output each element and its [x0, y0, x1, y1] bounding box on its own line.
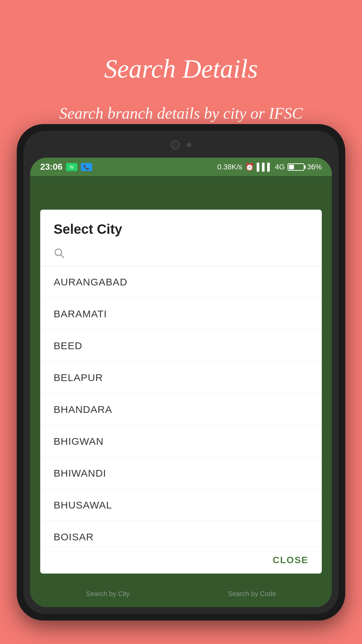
- phone-icon: 📞: [81, 163, 92, 171]
- svg-line-1: [61, 255, 64, 258]
- alarm-icon: ⏰: [245, 163, 254, 171]
- battery-percent: 36%: [307, 163, 322, 171]
- battery-tip: [304, 165, 306, 169]
- list-item[interactable]: BARAMATI: [40, 298, 322, 330]
- city-list: AURANGABADBARAMATIBEEDBELAPURBHANDARABHI…: [40, 266, 322, 546]
- list-item[interactable]: AURANGABAD: [40, 266, 322, 298]
- close-button[interactable]: CLOSE: [273, 555, 308, 566]
- city-search-input[interactable]: [70, 247, 308, 259]
- signal-bars: ▌▌▌: [257, 163, 273, 171]
- modal-dialog: Select City: [40, 210, 322, 574]
- page-subtitle: Search branch details by city or IFSC: [0, 104, 362, 122]
- camera-lens: [171, 140, 180, 150]
- modal-footer: CLOSE: [40, 546, 322, 574]
- list-item[interactable]: BOISAR: [40, 521, 322, 546]
- search-icon: [54, 247, 65, 259]
- network-speed: 0.38K/s: [217, 163, 242, 171]
- status-left: 23:06 W 📞: [40, 162, 92, 172]
- device-inner: 23:06 W 📞 0.38K/s ⏰ ▌▌▌ 4G 36%: [23, 131, 339, 614]
- page-title: Search Details: [0, 54, 362, 84]
- search-wrap: [54, 247, 308, 259]
- device-screen: 23:06 W 📞 0.38K/s ⏰ ▌▌▌ 4G 36%: [30, 158, 332, 607]
- device-camera: [171, 140, 191, 150]
- whatsapp-icon: W: [66, 163, 77, 171]
- status-time: 23:06: [40, 162, 63, 172]
- device-frame: 23:06 W 📞 0.38K/s ⏰ ▌▌▌ 4G 36%: [17, 124, 345, 621]
- status-bar: 23:06 W 📞 0.38K/s ⏰ ▌▌▌ 4G 36%: [30, 158, 332, 176]
- modal-search-area[interactable]: [40, 244, 322, 266]
- camera-dot: [187, 143, 191, 147]
- app-content: Search by City Search by Code Select Cit…: [30, 176, 332, 607]
- page-background: Search Details Search branch details by …: [0, 0, 362, 644]
- modal-title: Select City: [54, 222, 308, 237]
- status-right: 0.38K/s ⏰ ▌▌▌ 4G 36%: [217, 163, 322, 171]
- list-item[interactable]: BHANDARA: [40, 394, 322, 426]
- list-item[interactable]: BEED: [40, 330, 322, 362]
- battery-bar: [288, 163, 304, 171]
- list-item[interactable]: BHIWANDI: [40, 458, 322, 489]
- modal-header: Select City: [40, 210, 322, 244]
- list-item[interactable]: BHIGWAN: [40, 426, 322, 458]
- modal-overlay: Select City: [30, 176, 332, 607]
- list-item[interactable]: BELAPUR: [40, 362, 322, 394]
- network-type: 4G: [275, 163, 285, 171]
- battery-fill: [289, 165, 294, 169]
- page-header: Search Details Search branch details by …: [0, 0, 362, 122]
- list-item[interactable]: BHUSAWAL: [40, 489, 322, 521]
- svg-point-0: [55, 249, 62, 256]
